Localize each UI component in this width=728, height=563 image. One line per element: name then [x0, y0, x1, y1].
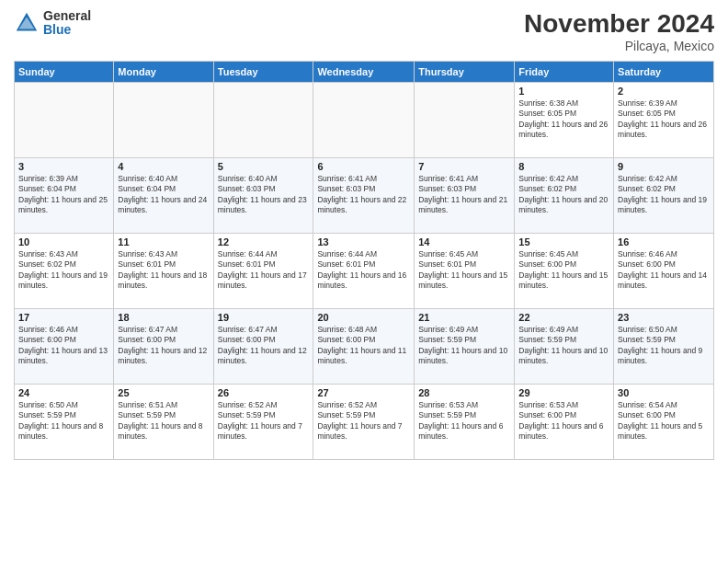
cell-text: Sunrise: 6:49 AMSunset: 5:59 PMDaylight:…: [418, 325, 510, 367]
weekday-header: Wednesday: [313, 62, 415, 83]
calendar-week-row: 10Sunrise: 6:43 AMSunset: 6:02 PMDayligh…: [15, 234, 714, 309]
cell-text: Sunrise: 6:41 AMSunset: 6:03 PMDaylight:…: [418, 174, 510, 216]
weekday-header: Tuesday: [213, 62, 313, 83]
day-number: 22: [518, 312, 609, 323]
cell-text: Sunrise: 6:50 AMSunset: 5:59 PMDaylight:…: [18, 400, 109, 442]
day-number: 20: [317, 312, 410, 323]
calendar-cell: 12Sunrise: 6:44 AMSunset: 6:01 PMDayligh…: [213, 234, 313, 309]
day-number: 14: [418, 236, 510, 247]
calendar-cell: 5Sunrise: 6:40 AMSunset: 6:03 PMDaylight…: [213, 158, 313, 234]
day-number: 7: [418, 161, 510, 172]
calendar-cell: 6Sunrise: 6:41 AMSunset: 6:03 PMDaylight…: [313, 158, 415, 234]
day-number: 12: [218, 236, 310, 247]
calendar-header-row: SundayMondayTuesdayWednesdayThursdayFrid…: [15, 62, 714, 83]
day-number: 26: [218, 387, 310, 398]
calendar-cell: 13Sunrise: 6:44 AMSunset: 6:01 PMDayligh…: [313, 234, 415, 309]
calendar-week-row: 1Sunrise: 6:38 AMSunset: 6:05 PMDaylight…: [15, 83, 714, 158]
day-number: 28: [418, 387, 510, 398]
calendar-cell: 1Sunrise: 6:38 AMSunset: 6:05 PMDaylight…: [515, 83, 614, 158]
day-number: 5: [218, 161, 310, 172]
day-number: 18: [118, 312, 209, 323]
day-number: 19: [218, 312, 310, 323]
calendar-cell: [15, 83, 114, 158]
cell-text: Sunrise: 6:44 AMSunset: 6:01 PMDaylight:…: [317, 249, 410, 292]
calendar-week-row: 24Sunrise: 6:50 AMSunset: 5:59 PMDayligh…: [15, 385, 714, 460]
calendar-cell: 15Sunrise: 6:45 AMSunset: 6:00 PMDayligh…: [515, 234, 614, 309]
cell-text: Sunrise: 6:39 AMSunset: 6:04 PMDaylight:…: [18, 174, 109, 216]
calendar-cell: 20Sunrise: 6:48 AMSunset: 6:00 PMDayligh…: [313, 309, 415, 385]
calendar-cell: 18Sunrise: 6:47 AMSunset: 6:00 PMDayligh…: [114, 309, 213, 385]
calendar-cell: [114, 83, 213, 158]
calendar-cell: 14Sunrise: 6:45 AMSunset: 6:01 PMDayligh…: [415, 234, 515, 309]
weekday-header: Sunday: [15, 62, 114, 83]
cell-text: Sunrise: 6:40 AMSunset: 6:04 PMDaylight:…: [118, 174, 209, 216]
weekday-header: Friday: [515, 62, 614, 83]
calendar-cell: 22Sunrise: 6:49 AMSunset: 5:59 PMDayligh…: [515, 309, 614, 385]
cell-text: Sunrise: 6:42 AMSunset: 6:02 PMDaylight:…: [618, 174, 710, 216]
day-number: 9: [618, 161, 710, 172]
calendar-cell: 4Sunrise: 6:40 AMSunset: 6:04 PMDaylight…: [114, 158, 213, 234]
calendar-cell: 21Sunrise: 6:49 AMSunset: 5:59 PMDayligh…: [415, 309, 515, 385]
calendar-cell: 10Sunrise: 6:43 AMSunset: 6:02 PMDayligh…: [15, 234, 114, 309]
day-number: 21: [418, 312, 510, 323]
day-number: 13: [317, 236, 410, 247]
cell-text: Sunrise: 6:40 AMSunset: 6:03 PMDaylight:…: [218, 174, 310, 216]
day-number: 25: [118, 387, 209, 398]
day-number: 23: [618, 312, 710, 323]
day-number: 15: [518, 236, 609, 247]
day-number: 1: [518, 86, 609, 97]
logo-text: General Blue: [43, 9, 91, 38]
calendar-cell: [313, 83, 415, 158]
cell-text: Sunrise: 6:43 AMSunset: 6:02 PMDaylight:…: [18, 249, 109, 292]
logo-blue-text: Blue: [43, 23, 91, 37]
cell-text: Sunrise: 6:45 AMSunset: 6:00 PMDaylight:…: [518, 249, 609, 292]
weekday-header: Monday: [114, 62, 213, 83]
calendar-week-row: 17Sunrise: 6:46 AMSunset: 6:00 PMDayligh…: [15, 309, 714, 385]
day-number: 17: [18, 312, 109, 323]
calendar-cell: 16Sunrise: 6:46 AMSunset: 6:00 PMDayligh…: [614, 234, 714, 309]
cell-text: Sunrise: 6:45 AMSunset: 6:01 PMDaylight:…: [418, 249, 510, 292]
logo: General Blue: [14, 9, 91, 38]
calendar-cell: 23Sunrise: 6:50 AMSunset: 5:59 PMDayligh…: [614, 309, 714, 385]
cell-text: Sunrise: 6:54 AMSunset: 6:00 PMDaylight:…: [618, 400, 710, 442]
day-number: 2: [618, 86, 710, 97]
calendar-cell: 17Sunrise: 6:46 AMSunset: 6:00 PMDayligh…: [15, 309, 114, 385]
cell-text: Sunrise: 6:51 AMSunset: 5:59 PMDaylight:…: [118, 400, 209, 442]
cell-text: Sunrise: 6:44 AMSunset: 6:01 PMDaylight:…: [218, 249, 310, 292]
cell-text: Sunrise: 6:50 AMSunset: 5:59 PMDaylight:…: [618, 325, 710, 367]
calendar-cell: [213, 83, 313, 158]
day-number: 16: [618, 236, 710, 247]
day-number: 30: [618, 387, 710, 398]
cell-text: Sunrise: 6:46 AMSunset: 6:00 PMDaylight:…: [18, 325, 109, 367]
cell-text: Sunrise: 6:46 AMSunset: 6:00 PMDaylight:…: [618, 249, 710, 292]
cell-text: Sunrise: 6:38 AMSunset: 6:05 PMDaylight:…: [518, 98, 609, 141]
cell-text: Sunrise: 6:41 AMSunset: 6:03 PMDaylight:…: [317, 174, 410, 216]
day-number: 29: [518, 387, 609, 398]
page: General Blue November 2024 Pilcaya, Mexi…: [0, 0, 728, 563]
day-number: 24: [18, 387, 109, 398]
calendar-cell: 11Sunrise: 6:43 AMSunset: 6:01 PMDayligh…: [114, 234, 213, 309]
calendar-cell: 9Sunrise: 6:42 AMSunset: 6:02 PMDaylight…: [614, 158, 714, 234]
header: General Blue November 2024 Pilcaya, Mexi…: [14, 9, 714, 53]
logo-icon: [14, 10, 40, 36]
weekday-header: Saturday: [614, 62, 714, 83]
day-number: 4: [118, 161, 209, 172]
cell-text: Sunrise: 6:47 AMSunset: 6:00 PMDaylight:…: [218, 325, 310, 367]
day-number: 10: [18, 236, 109, 247]
calendar-cell: 27Sunrise: 6:52 AMSunset: 5:59 PMDayligh…: [313, 385, 415, 460]
calendar-table: SundayMondayTuesdayWednesdayThursdayFrid…: [14, 61, 714, 460]
cell-text: Sunrise: 6:47 AMSunset: 6:00 PMDaylight:…: [118, 325, 209, 367]
calendar-cell: 30Sunrise: 6:54 AMSunset: 6:00 PMDayligh…: [614, 385, 714, 460]
weekday-header: Thursday: [415, 62, 515, 83]
day-number: 11: [118, 236, 209, 247]
title-block: November 2024 Pilcaya, Mexico: [524, 9, 714, 53]
day-number: 6: [317, 161, 410, 172]
calendar-cell: 3Sunrise: 6:39 AMSunset: 6:04 PMDaylight…: [15, 158, 114, 234]
calendar-cell: 24Sunrise: 6:50 AMSunset: 5:59 PMDayligh…: [15, 385, 114, 460]
calendar-cell: 19Sunrise: 6:47 AMSunset: 6:00 PMDayligh…: [213, 309, 313, 385]
logo-general-text: General: [43, 9, 91, 23]
cell-text: Sunrise: 6:53 AMSunset: 6:00 PMDaylight:…: [518, 400, 609, 442]
calendar-cell: 26Sunrise: 6:52 AMSunset: 5:59 PMDayligh…: [213, 385, 313, 460]
cell-text: Sunrise: 6:53 AMSunset: 5:59 PMDaylight:…: [418, 400, 510, 442]
calendar-cell: 25Sunrise: 6:51 AMSunset: 5:59 PMDayligh…: [114, 385, 213, 460]
